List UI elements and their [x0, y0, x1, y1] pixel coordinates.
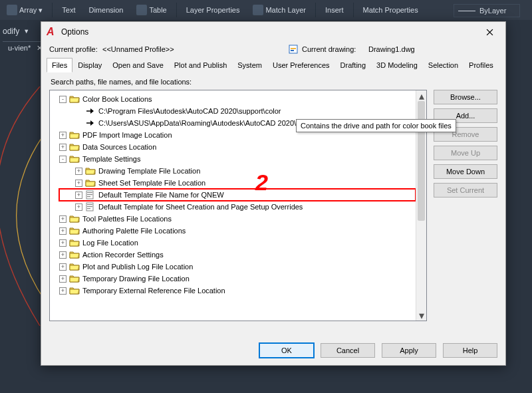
tab-display[interactable]: Display	[72, 58, 107, 72]
tab-drafting[interactable]: Drafting	[335, 58, 372, 72]
expander-icon[interactable]: +	[59, 227, 66, 235]
folder-icon	[69, 262, 80, 271]
tree-item[interactable]: +Default Template for Sheet Creation and…	[59, 201, 416, 213]
svg-rect-6	[87, 196, 90, 197]
expander-icon[interactable]: +	[75, 180, 82, 187]
tree-item-label: PDF Import Image Location	[82, 131, 172, 139]
tab-plot-and-publish[interactable]: Plot and Publish	[169, 58, 233, 72]
folder-icon	[85, 166, 96, 176]
tree-item[interactable]: -Color Book Locations	[59, 93, 416, 105]
ribbon-table[interactable]: Table	[132, 3, 170, 17]
linetype-combo[interactable]: ByLayer	[454, 4, 520, 17]
expander-icon[interactable]: +	[59, 251, 66, 259]
scroll-down-icon[interactable]: ▾	[416, 310, 427, 321]
folder-icon	[69, 142, 80, 152]
expander-icon[interactable]	[75, 108, 82, 115]
tab-user-preferences[interactable]: User Preferences	[267, 58, 335, 72]
cancel-button[interactable]: Cancel	[321, 343, 375, 358]
tree-item[interactable]: +Sheet Set Template File Location	[59, 177, 416, 189]
autocad-logo-icon: A	[47, 27, 57, 37]
profile-row: Current profile: <<Unnamed Profile>> Cur…	[41, 42, 505, 58]
ribbon-label: Array	[19, 6, 37, 14]
tab-selection[interactable]: Selection	[423, 58, 464, 72]
expander-icon[interactable]: +	[75, 192, 82, 199]
expander-icon[interactable]: +	[59, 239, 66, 247]
folder-icon	[69, 250, 80, 259]
svg-rect-2	[291, 50, 294, 51]
ribbon-matchlayer[interactable]: Match Layer	[249, 3, 310, 17]
expander-icon[interactable]: +	[59, 275, 66, 283]
ribbon-label: Dimension	[88, 6, 123, 14]
dialog-title: Options	[61, 27, 88, 37]
tab-system[interactable]: System	[232, 58, 267, 72]
tab-files[interactable]: Files	[47, 58, 72, 72]
expander-icon[interactable]: +	[59, 287, 66, 295]
expander-icon[interactable]	[75, 120, 82, 127]
sheet-icon	[85, 190, 96, 199]
table-icon	[136, 5, 147, 15]
expander-icon[interactable]: +	[59, 132, 66, 139]
moveup-button: Move Up	[434, 146, 497, 160]
dialog-body: Search paths, file names, and file locat…	[49, 72, 497, 336]
tree-item[interactable]: +Plot and Publish Log File Location	[59, 261, 416, 273]
expander-icon[interactable]: +	[59, 263, 66, 271]
tree-item-label: C:\Program Files\Autodesk\AutoCAD 2020\s…	[98, 107, 281, 115]
ribbon-text[interactable]: Text	[58, 5, 79, 15]
expander-icon[interactable]: +	[59, 144, 66, 151]
scroll-up-icon[interactable]: ▴	[416, 90, 427, 101]
dialog-footer: OK Cancel Apply Help	[41, 336, 505, 365]
ribbon-matchprops[interactable]: Match Properties	[359, 5, 422, 15]
tree-item[interactable]: +Log File Location	[59, 237, 416, 249]
ribbon-layerprops[interactable]: Layer Properties	[182, 5, 244, 15]
array-icon	[7, 5, 17, 15]
ok-button[interactable]: OK	[259, 343, 314, 358]
tree-item[interactable]: +Data Sources Location	[59, 141, 416, 153]
tab-open-and-save[interactable]: Open and Save	[107, 58, 168, 72]
svg-rect-10	[87, 208, 90, 209]
tree-item[interactable]: +Drawing Template File Location	[59, 165, 416, 177]
tree-item[interactable]: +Temporary Drawing File Location	[59, 273, 416, 285]
tree-item-label: Authoring Palette File Locations	[82, 227, 186, 235]
close-button[interactable]	[477, 24, 501, 40]
movedown-button[interactable]: Move Down	[434, 164, 497, 179]
tree-item[interactable]: +Action Recorder Settings	[59, 249, 416, 261]
tree-item-label: Action Recorder Settings	[82, 251, 164, 259]
options-dialog: A Options Current profile: <<Unnamed Pro…	[41, 21, 506, 366]
tab-profiles[interactable]: Profiles	[464, 58, 499, 72]
tree-item-label: Default Template File Name for QNEW	[98, 191, 224, 199]
expander-icon[interactable]: -	[59, 96, 66, 103]
browse-button[interactable]: Browse...	[434, 90, 497, 104]
ribbon-insert[interactable]: Insert	[321, 5, 348, 15]
tree-item[interactable]: C:\Program Files\Autodesk\AutoCAD 2020\s…	[59, 105, 416, 117]
folder-icon	[69, 274, 80, 283]
annotation-2: 2	[255, 170, 268, 196]
linetype-value: ByLayer	[479, 7, 506, 15]
svg-rect-5	[87, 194, 92, 195]
folder-icon	[69, 130, 80, 140]
tree-item[interactable]: +Tool Palettes File Locations	[59, 213, 416, 225]
tree-item[interactable]: +Default Template File Name for QNEW	[59, 189, 416, 201]
sheet-icon	[85, 202, 96, 211]
tab-strip: FilesDisplayOpen and SavePlot and Publis…	[41, 58, 505, 72]
help-button[interactable]: Help	[443, 343, 497, 358]
apply-button[interactable]: Apply	[382, 343, 436, 358]
tab-3d-modeling[interactable]: 3D Modeling	[371, 58, 423, 72]
ribbon-array[interactable]: Array ▾	[3, 3, 47, 17]
tree-item[interactable]: +Temporary External Reference File Locat…	[59, 285, 416, 297]
expander-icon[interactable]: +	[75, 203, 82, 211]
ribbon-label: Match Properties	[363, 6, 418, 14]
tree-item-label: Temporary Drawing File Location	[82, 275, 190, 283]
ribbon-dimension[interactable]: Dimension	[84, 5, 127, 15]
tree-item-label: Log File Location	[82, 239, 138, 247]
expander-icon[interactable]: +	[59, 215, 66, 223]
tree-item[interactable]: +Authoring Palette File Locations	[59, 225, 416, 237]
tree-item-label: Template Settings	[82, 155, 140, 163]
tree-item[interactable]: -Template Settings	[59, 153, 416, 165]
tree-item-label: Drawing Template File Location	[98, 167, 200, 175]
tree-item-label: Plot and Publish Log File Location	[82, 263, 193, 271]
expander-icon[interactable]: +	[75, 168, 82, 175]
ribbon-label: Text	[62, 6, 75, 14]
tree-item-label: Color Book Locations	[82, 95, 152, 103]
svg-rect-9	[87, 206, 92, 207]
expander-icon[interactable]: -	[59, 156, 66, 163]
